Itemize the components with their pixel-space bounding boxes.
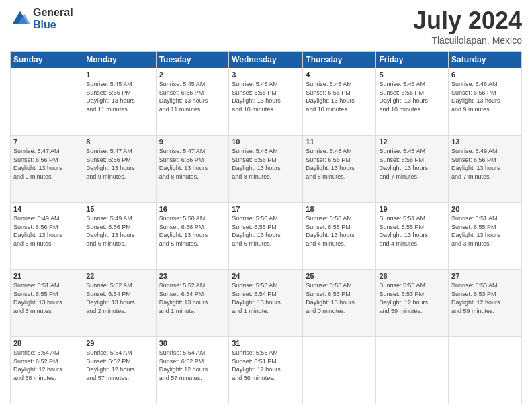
day-info: Sunrise: 5:54 AM Sunset: 6:52 PM Dayligh…: [86, 349, 152, 382]
day-number: 15: [86, 205, 152, 213]
calendar-cell: 27Sunrise: 5:53 AM Sunset: 6:53 PM Dayli…: [449, 270, 522, 337]
calendar-cell: 10Sunrise: 5:48 AM Sunset: 6:56 PM Dayli…: [229, 136, 303, 203]
day-number: 19: [379, 205, 445, 213]
calendar-cell: 3Sunrise: 5:45 AM Sunset: 6:56 PM Daylig…: [229, 68, 303, 136]
col-thursday: Thursday: [303, 52, 376, 68]
day-number: 31: [232, 339, 300, 347]
day-info: Sunrise: 5:49 AM Sunset: 6:56 PM Dayligh…: [451, 147, 519, 181]
day-number: 25: [306, 272, 373, 280]
day-number: 9: [159, 138, 226, 146]
day-info: Sunrise: 5:50 AM Sunset: 6:55 PM Dayligh…: [232, 214, 300, 248]
calendar-cell: 21Sunrise: 5:51 AM Sunset: 6:55 PM Dayli…: [11, 270, 83, 337]
day-number: 28: [13, 339, 80, 347]
calendar-cell: 5Sunrise: 5:46 AM Sunset: 6:56 PM Daylig…: [376, 68, 449, 136]
day-info: Sunrise: 5:48 AM Sunset: 6:56 PM Dayligh…: [379, 147, 445, 181]
day-number: 12: [379, 138, 445, 146]
calendar-cell: 24Sunrise: 5:53 AM Sunset: 6:54 PM Dayli…: [229, 270, 303, 337]
calendar-cell: 8Sunrise: 5:47 AM Sunset: 6:56 PM Daylig…: [83, 136, 156, 203]
day-info: Sunrise: 5:45 AM Sunset: 6:56 PM Dayligh…: [232, 80, 300, 113]
col-monday: Monday: [83, 52, 156, 68]
calendar-cell: 7Sunrise: 5:47 AM Sunset: 6:56 PM Daylig…: [11, 136, 83, 203]
day-number: 18: [306, 205, 373, 213]
col-saturday: Saturday: [449, 52, 522, 68]
col-sunday: Sunday: [11, 52, 83, 68]
day-info: Sunrise: 5:46 AM Sunset: 6:56 PM Dayligh…: [451, 80, 519, 113]
day-info: Sunrise: 5:45 AM Sunset: 6:56 PM Dayligh…: [86, 80, 152, 113]
day-number: 11: [306, 138, 373, 146]
day-number: 7: [13, 138, 80, 146]
day-number: 30: [159, 339, 226, 347]
calendar-week-1: 1Sunrise: 5:45 AM Sunset: 6:56 PM Daylig…: [11, 68, 522, 136]
calendar-cell: 12Sunrise: 5:48 AM Sunset: 6:56 PM Dayli…: [376, 136, 449, 203]
day-info: Sunrise: 5:53 AM Sunset: 6:53 PM Dayligh…: [379, 281, 445, 315]
calendar-cell: 28Sunrise: 5:54 AM Sunset: 6:52 PM Dayli…: [11, 337, 83, 404]
calendar-cell: 6Sunrise: 5:46 AM Sunset: 6:56 PM Daylig…: [449, 68, 522, 136]
calendar-cell: 30Sunrise: 5:54 AM Sunset: 6:52 PM Dayli…: [156, 337, 229, 404]
logo: General Blue: [10, 7, 73, 30]
calendar-cell: 22Sunrise: 5:52 AM Sunset: 6:54 PM Dayli…: [83, 270, 156, 337]
day-number: 13: [451, 138, 519, 146]
day-number: 2: [159, 71, 226, 79]
day-info: Sunrise: 5:47 AM Sunset: 6:56 PM Dayligh…: [13, 147, 80, 181]
calendar-cell: 31Sunrise: 5:55 AM Sunset: 6:51 PM Dayli…: [229, 337, 303, 404]
calendar-week-2: 7Sunrise: 5:47 AM Sunset: 6:56 PM Daylig…: [11, 136, 522, 203]
day-number: 8: [86, 138, 152, 146]
calendar-cell: [11, 68, 83, 136]
day-info: Sunrise: 5:49 AM Sunset: 6:56 PM Dayligh…: [13, 214, 80, 248]
calendar-cell: 9Sunrise: 5:47 AM Sunset: 6:56 PM Daylig…: [156, 136, 229, 203]
calendar-cell: [303, 337, 376, 404]
day-info: Sunrise: 5:46 AM Sunset: 6:56 PM Dayligh…: [306, 80, 373, 113]
main-title: July 2024: [413, 7, 522, 35]
logo-icon: [10, 9, 30, 29]
calendar-cell: 2Sunrise: 5:45 AM Sunset: 6:56 PM Daylig…: [156, 68, 229, 136]
day-info: Sunrise: 5:53 AM Sunset: 6:54 PM Dayligh…: [232, 281, 300, 315]
day-number: 22: [86, 272, 152, 280]
day-number: 27: [451, 272, 519, 280]
day-info: Sunrise: 5:49 AM Sunset: 6:56 PM Dayligh…: [86, 214, 152, 248]
day-info: Sunrise: 5:51 AM Sunset: 6:55 PM Dayligh…: [13, 281, 80, 315]
calendar-week-4: 21Sunrise: 5:51 AM Sunset: 6:55 PM Dayli…: [11, 270, 522, 337]
day-info: Sunrise: 5:47 AM Sunset: 6:56 PM Dayligh…: [86, 147, 152, 181]
calendar-cell: 11Sunrise: 5:48 AM Sunset: 6:56 PM Dayli…: [303, 136, 376, 203]
calendar-cell: 4Sunrise: 5:46 AM Sunset: 6:56 PM Daylig…: [303, 68, 376, 136]
subtitle: Tlacuilolapan, Mexico: [413, 35, 522, 46]
day-info: Sunrise: 5:55 AM Sunset: 6:51 PM Dayligh…: [232, 349, 300, 382]
calendar-cell: 25Sunrise: 5:53 AM Sunset: 6:53 PM Dayli…: [303, 270, 376, 337]
calendar-cell: [376, 337, 449, 404]
calendar-cell: [449, 337, 522, 404]
calendar-cell: 17Sunrise: 5:50 AM Sunset: 6:55 PM Dayli…: [229, 203, 303, 270]
calendar-cell: 23Sunrise: 5:52 AM Sunset: 6:54 PM Dayli…: [156, 270, 229, 337]
day-info: Sunrise: 5:51 AM Sunset: 6:55 PM Dayligh…: [379, 214, 445, 248]
day-number: 17: [232, 205, 300, 213]
title-block: July 2024 Tlacuilolapan, Mexico: [413, 7, 522, 46]
calendar-header: Sunday Monday Tuesday Wednesday Thursday…: [11, 52, 522, 68]
day-info: Sunrise: 5:46 AM Sunset: 6:56 PM Dayligh…: [379, 80, 445, 113]
day-info: Sunrise: 5:48 AM Sunset: 6:56 PM Dayligh…: [306, 147, 373, 181]
day-info: Sunrise: 5:45 AM Sunset: 6:56 PM Dayligh…: [159, 80, 226, 113]
day-number: 3: [232, 71, 300, 79]
day-number: 29: [86, 339, 152, 347]
calendar-cell: 14Sunrise: 5:49 AM Sunset: 6:56 PM Dayli…: [11, 203, 83, 270]
header: General Blue July 2024 Tlacuilolapan, Me…: [10, 7, 522, 46]
page: General Blue July 2024 Tlacuilolapan, Me…: [0, 0, 532, 411]
col-tuesday: Tuesday: [156, 52, 229, 68]
day-info: Sunrise: 5:54 AM Sunset: 6:52 PM Dayligh…: [13, 349, 80, 382]
col-wednesday: Wednesday: [229, 52, 303, 68]
calendar-cell: 26Sunrise: 5:53 AM Sunset: 6:53 PM Dayli…: [376, 270, 449, 337]
calendar-week-5: 28Sunrise: 5:54 AM Sunset: 6:52 PM Dayli…: [11, 337, 522, 404]
day-number: 14: [13, 205, 80, 213]
day-number: 6: [451, 71, 519, 79]
day-number: 4: [306, 71, 373, 79]
header-row: Sunday Monday Tuesday Wednesday Thursday…: [11, 52, 522, 68]
day-info: Sunrise: 5:50 AM Sunset: 6:56 PM Dayligh…: [159, 214, 226, 248]
day-info: Sunrise: 5:47 AM Sunset: 6:56 PM Dayligh…: [159, 147, 226, 181]
day-number: 24: [232, 272, 300, 280]
day-number: 26: [379, 272, 445, 280]
day-info: Sunrise: 5:48 AM Sunset: 6:56 PM Dayligh…: [232, 147, 300, 181]
day-number: 21: [13, 272, 80, 280]
day-number: 20: [451, 205, 519, 213]
day-info: Sunrise: 5:53 AM Sunset: 6:53 PM Dayligh…: [451, 281, 519, 315]
day-info: Sunrise: 5:52 AM Sunset: 6:54 PM Dayligh…: [86, 281, 152, 315]
logo-blue: Blue: [33, 19, 73, 31]
col-friday: Friday: [376, 52, 449, 68]
